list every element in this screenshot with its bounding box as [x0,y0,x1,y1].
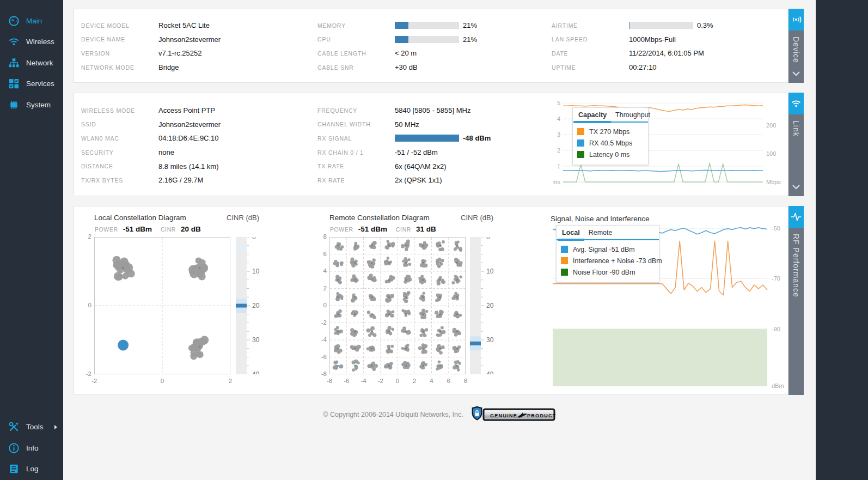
sidebar-item-tools[interactable]: Tools [0,417,63,438]
link-field: TX RATE6x (64QAM 2x2) [317,159,552,173]
sidebar-item-main[interactable]: Main [0,10,63,32]
svg-text:3: 3 [557,131,560,138]
field-value: 21% [463,21,477,29]
link-field: RX SIGNAL-48 dBm [317,131,552,145]
field-label: SSID [81,121,158,127]
legend-label: Avg. Signal -51 dBm [573,246,635,253]
field-bar-wrap: -48 dBm [395,134,491,142]
sidebar-main-nav: MainWirelessNetworkServicesSystem [0,10,63,116]
sidebar-item-services[interactable]: Services [0,74,63,95]
field-value: 0.3% [697,21,713,29]
device-tab-strip[interactable]: Device [788,9,804,83]
field-value: 1000Mbps-Full [629,35,676,44]
device-field: MEMORY21% [317,19,552,33]
device-field: DEVICE NAMEJohnson2stevermer [81,33,310,47]
y-tick-label: -8 [311,370,327,377]
link-chart-legend: CapacityThroughputTX 270 MbpsRX 40.5 Mbp… [572,107,649,165]
field-label: FREQUENCY [317,107,395,114]
genuine-product-badge: GENUINE PRODUCT [470,405,556,424]
field-bar-wrap: 0.3% [629,21,713,29]
chevron-down-icon[interactable] [792,69,800,78]
field-label: WLAN0 MAC [81,135,158,142]
legend-tab-local[interactable]: Local [558,226,584,239]
rf-performance-panel: Local Constellation Diagram CINR (dB) PO… [74,206,788,395]
y-tick-label: 6 [311,251,327,257]
bar-fill [395,22,408,29]
chevron-down-icon[interactable] [792,182,800,192]
legend-swatch [577,139,584,147]
wifi-icon [8,35,20,48]
y-tick-label: 2 [76,233,91,240]
bar-fill [395,36,408,43]
link-fields-col2: FREQUENCY5840 [5805 - 5855] MHzCHANNEL W… [317,104,552,187]
device-tab-label: Device [792,37,800,63]
svg-text:30: 30 [486,336,494,344]
device-field: NETWORK MODEBridge [81,60,310,75]
field-label: TX/RX BYTES [81,177,158,184]
field-label: AIRTIME [552,22,629,29]
svg-text:200: 200 [766,122,776,129]
link-field: SSIDJohnson2stevermer [81,118,310,132]
local-constellation-plot[interactable] [94,237,230,374]
sidebar-item-info[interactable]: Info [0,438,63,459]
legend-swatch [577,151,584,158]
svg-text:20: 20 [252,302,260,309]
noise-floor-area [553,329,767,386]
field-label: LAN SPEED [552,36,629,42]
remote-constellation-title: Remote Constellation Diagram [329,214,430,222]
legend-swatch [577,128,584,135]
field-value: 5840 [5805 - 5855] MHz [395,106,470,114]
sidebar-item-wireless[interactable]: Wireless [0,32,63,53]
field-label: VERSION [81,50,158,57]
x-tick-label: 2 [223,378,238,384]
field-label: UPTIME [552,64,629,71]
device-field: DATE11/22/2014, 6:01:05 PM [552,46,786,60]
device-field: UPTIME00:27:10 [552,60,786,75]
field-label: CABLE SNR [317,64,395,71]
legend-label: Interference + Noise -73 dBm [573,257,662,265]
field-value: 04:18:D6:4E:9C:10 [158,134,219,142]
field-label: RX CHAIN 0 / 1 [317,149,395,156]
legend-tab-remote[interactable]: Remote [584,226,617,239]
remote-cinr-axis-title: CINR (dB) [461,214,493,222]
device-field: CABLE SNR+30 dB [317,60,552,75]
y-tick-label: 0 [311,302,327,308]
log-icon [8,463,20,475]
link-field: RX RATE2x (QPSK 1x1) [317,173,552,187]
field-bar-wrap: 21% [395,35,477,44]
sidebar-item-log[interactable]: Log [0,459,63,480]
rf-tab-strip[interactable]: RF Performance [788,206,804,395]
link-field: FREQUENCY5840 [5805 - 5855] MHz [317,104,552,118]
svg-text:ms: ms [553,179,560,185]
x-tick-label: 2 [407,378,422,384]
sidebar-item-network[interactable]: Network [0,52,63,74]
info-icon [8,442,20,454]
field-value: Johnson2stevermer [158,35,221,44]
x-tick-label: 8 [458,378,473,384]
field-label: CABLE LENGTH [317,50,395,57]
legend-tab-throughput[interactable]: Throughput [611,108,655,121]
device-field: DEVICE MODELRocket 5AC Lite [81,19,310,33]
link-tab-strip[interactable]: Link [788,93,804,196]
throughput-rx-series [563,170,763,172]
svg-text:-90: -90 [772,326,780,332]
badge-product-text: PRODUCT [527,413,556,418]
field-value: -48 dBm [463,134,491,142]
field-value: v7.1-rc.25252 [158,49,202,57]
device-field: LAN SPEED1000Mbps-Full [552,33,786,47]
main-content: DEVICE MODELRocket 5AC LiteDEVICE NAMEJo… [63,0,816,480]
latency-series [563,163,763,182]
legend-items: Avg. Signal -51 dBmInterference + Noise … [557,240,659,282]
link-field: WIRELESS MODEAccess Point PTP [81,104,310,118]
link-field: WLAN0 MAC04:18:D6:4E:9C:10 [81,131,310,145]
legend-tab-capacity[interactable]: Capacity [574,108,611,121]
field-value: 8.8 miles (14.1 km) [158,162,219,171]
field-label: RX RATE [317,177,395,184]
link-tab-label: Link [792,120,800,137]
x-tick-label: 6 [441,378,456,384]
sidebar-item-system[interactable]: System [0,94,63,116]
legend-tabs: LocalRemote [557,226,659,240]
remote-constellation-plot[interactable] [329,237,466,374]
remote-cinr-gauge: 010203040 [470,237,496,374]
field-value: Rocket 5AC Lite [158,21,210,29]
